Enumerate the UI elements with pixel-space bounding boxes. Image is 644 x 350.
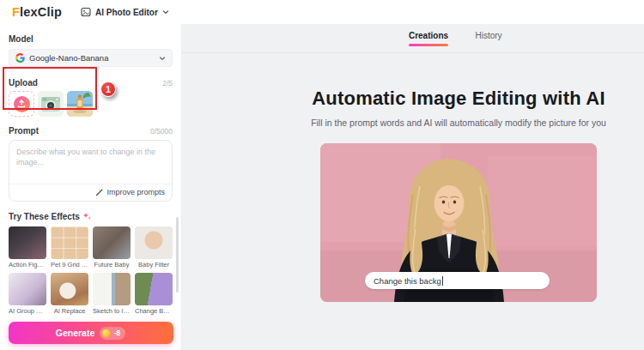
page-subtitle: Fill in the prompt words and AI will aut… [273, 118, 644, 128]
tab-history[interactable]: History [469, 31, 508, 46]
prompt-box: Describe what you want to change in the … [9, 140, 173, 202]
effect-ai-replace[interactable]: AI Replace [51, 273, 88, 315]
tab-creations[interactable]: Creations [409, 31, 448, 46]
inline-prompt-value: Change this backg [374, 276, 441, 286]
upload-image-button[interactable] [9, 91, 34, 117]
effect-thumbnail [93, 226, 131, 259]
sparkle-icon [82, 212, 92, 221]
editor-sidebar: Model Google-Nano-Banana Upload 2/5 1 Pr… [0, 24, 182, 350]
uploaded-thumbnail-beach[interactable] [67, 91, 93, 117]
example-preview-image: Change this backg [320, 143, 597, 302]
upload-arrow-icon [14, 96, 30, 112]
prompt-label: Prompt [9, 126, 39, 136]
model-label: Model [9, 34, 173, 44]
sidebar-footer: Generate -8 [0, 316, 181, 350]
annotation-step-badge: 1 [100, 81, 116, 97]
effect-pet-9-grid-meme[interactable]: Pet 9 Grid Meme [51, 226, 88, 269]
effect-thumbnail [51, 273, 88, 305]
effect-thumbnail [51, 226, 88, 259]
app-menu-label: AI Photo Editor [95, 8, 158, 17]
page-title: Automatic Image Editing with AI [273, 88, 644, 110]
wand-icon [95, 188, 104, 196]
effect-thumbnail [93, 273, 131, 305]
top-header: FlexClip AI Photo Editor [0, 0, 644, 24]
credit-cost-value: -8 [113, 329, 120, 337]
effect-change-background[interactable]: Change Backgr... [135, 273, 173, 315]
improve-prompts-label: Improve prompts [106, 188, 165, 196]
coin-icon [101, 329, 111, 338]
prompt-counter: 0/5000 [150, 127, 173, 136]
chevron-down-icon [159, 55, 166, 62]
effect-thumbnail [135, 226, 173, 259]
text-cursor [442, 276, 443, 286]
effect-thumbnail [9, 273, 46, 305]
effect-ai-group-portrait[interactable]: AI Group Portrait [9, 273, 46, 315]
effect-sketch-to-image[interactable]: Sketch to Image [93, 273, 131, 315]
upload-label: Upload [9, 78, 38, 88]
effect-thumbnail [9, 226, 46, 259]
hero-section: Automatic Image Editing with AI Fill in … [273, 88, 644, 128]
upload-thumbnails-row [9, 91, 173, 117]
effect-action-figure[interactable]: Action Figure [9, 226, 46, 269]
model-select[interactable]: Google-Nano-Banana [9, 49, 173, 67]
effect-thumbnail [135, 273, 173, 305]
sidebar-scrollbar[interactable] [176, 217, 179, 293]
main-content: Creations History Automatic Image Editin… [182, 24, 644, 350]
effects-title: Try These Effects [9, 212, 80, 221]
flexclip-logo[interactable]: FlexClip [12, 5, 62, 19]
effect-future-baby[interactable]: Future Baby [93, 226, 131, 269]
active-tab-underline [409, 44, 448, 46]
photo-editor-icon [81, 7, 91, 17]
chevron-down-icon [162, 9, 169, 15]
uploaded-thumbnail-camera[interactable] [38, 91, 64, 117]
generate-button[interactable]: Generate -8 [9, 322, 173, 344]
model-select-value: Google-Nano-Banana [29, 53, 108, 63]
effect-baby-filter[interactable]: Baby Filter [135, 226, 173, 269]
google-logo-icon [15, 53, 25, 63]
prompt-textarea[interactable]: Describe what you want to change in the … [9, 141, 172, 184]
upload-count: 2/5 [162, 79, 173, 88]
credit-cost-badge: -8 [100, 327, 125, 340]
improve-prompts-button[interactable]: Improve prompts [9, 184, 172, 201]
tab-bar: Creations History [182, 24, 644, 53]
app-menu-dropdown[interactable]: AI Photo Editor [81, 7, 169, 17]
inline-prompt-input[interactable]: Change this backg [365, 272, 550, 289]
